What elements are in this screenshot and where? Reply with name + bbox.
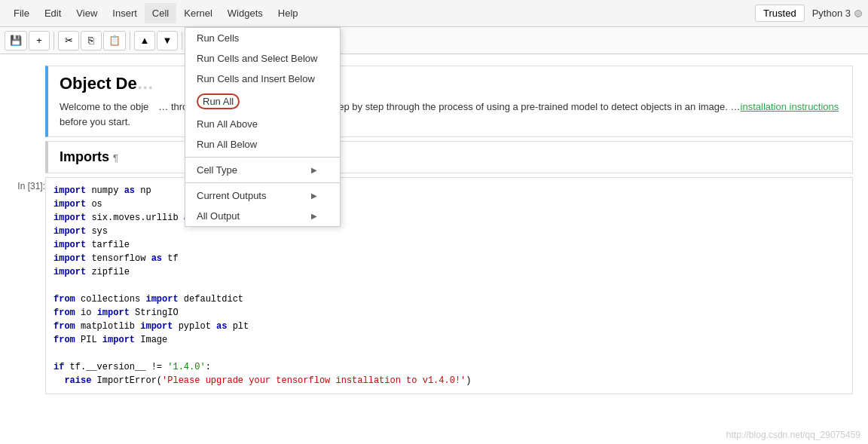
run-all-above-label: Run All Above — [197, 118, 258, 130]
move-down-button[interactable]: ▼ — [157, 31, 178, 51]
menu-run-cells[interactable]: Run Cells — [185, 28, 340, 48]
watermark: http://blog.csdn.net/qq_29075459 — [726, 430, 860, 440]
menu-run-all[interactable]: Run All — [185, 89, 340, 114]
toolbar-sep-1 — [53, 32, 54, 50]
move-up-button[interactable]: ▲ — [134, 31, 155, 51]
menu-edit[interactable]: Edit — [37, 3, 69, 23]
imports-heading: Imports ¶ — [60, 149, 841, 165]
all-output-label: All Output — [197, 210, 240, 222]
install-link[interactable]: installation instructions — [741, 101, 839, 112]
menu-help[interactable]: Help — [270, 3, 306, 23]
trusted-button[interactable]: Trusted — [755, 5, 805, 22]
code-cell-input[interactable]: import numpy as np import os import six.… — [46, 178, 852, 393]
run-cells-insert-label: Run Cells and Insert Below — [197, 73, 315, 84]
menu-all-output[interactable]: All Output ▶ — [185, 206, 340, 226]
menu-cell-type[interactable]: Cell Type ▶ — [185, 160, 340, 180]
kernel-info: Python 3 — [812, 8, 862, 19]
menu-widgets[interactable]: Widgets — [220, 3, 270, 23]
menu-run-all-below[interactable]: Run All Below — [185, 134, 340, 155]
menu-run-cells-insert-below[interactable]: Run Cells and Insert Below — [185, 69, 340, 89]
code-cell-container: In [31]: import numpy as np import os im… — [0, 177, 868, 394]
menu-run-all-above[interactable]: Run All Above — [185, 114, 340, 134]
cell-dropdown-menu: Run Cells Run Cells and Select Below Run… — [185, 27, 341, 227]
paste-button[interactable]: 📋 — [103, 31, 126, 51]
code-cell[interactable]: import numpy as np import os import six.… — [45, 177, 853, 394]
all-output-arrow: ▶ — [311, 212, 317, 220]
current-outputs-arrow: ▶ — [311, 191, 317, 200]
menu-current-outputs[interactable]: Current Outputs ▶ — [185, 185, 340, 206]
cell-type-label: Cell Type — [197, 164, 237, 176]
menu-insert[interactable]: Insert — [105, 3, 145, 23]
toolbar-sep-2 — [130, 32, 130, 50]
dropdown-sep-2 — [185, 182, 340, 183]
kernel-status-circle — [854, 10, 862, 17]
run-cells-select-label: Run Cells and Select Below — [197, 53, 317, 64]
copy-button[interactable]: ⎘ — [81, 31, 102, 51]
dropdown-sep-1 — [185, 157, 340, 158]
notebook: Object De… Welcome to the obje…… through… — [0, 54, 868, 444]
notebook-description: Welcome to the obje…… through! This note… — [60, 100, 841, 129]
imports-cell: Imports ¶ — [45, 141, 853, 173]
cell-label: In [31]: — [8, 181, 45, 191]
title-cell: Object De… Welcome to the obje…… through… — [45, 66, 853, 137]
toolbar: 💾 + ✂ ⎘ 📋 ▲ ▼ ⌨ — [0, 27, 868, 54]
main-content: Object De… Welcome to the obje…… through… — [0, 54, 868, 444]
current-outputs-label: Current Outputs — [197, 190, 267, 201]
run-all-below-label: Run All Below — [197, 139, 257, 150]
toolbar-sep-3 — [182, 32, 182, 50]
menubar: File Edit View Insert Cell Kernel Widget… — [0, 0, 868, 27]
notebook-title: Object De… — [60, 74, 841, 93]
cell-type-arrow: ▶ — [311, 166, 317, 174]
add-cell-button[interactable]: + — [29, 31, 50, 51]
menu-run-cells-select-below[interactable]: Run Cells and Select Below — [185, 48, 340, 69]
cut-button[interactable]: ✂ — [58, 31, 79, 51]
kernel-name: Python 3 — [812, 8, 851, 19]
menu-cell[interactable]: Cell — [145, 3, 176, 23]
save-button[interactable]: 💾 — [5, 31, 27, 51]
menu-kernel[interactable]: Kernel — [176, 3, 220, 23]
menu-view[interactable]: View — [69, 3, 105, 23]
run-cells-label: Run Cells — [197, 32, 239, 44]
run-all-label: Run All — [197, 93, 240, 109]
menu-file[interactable]: File — [6, 3, 37, 23]
